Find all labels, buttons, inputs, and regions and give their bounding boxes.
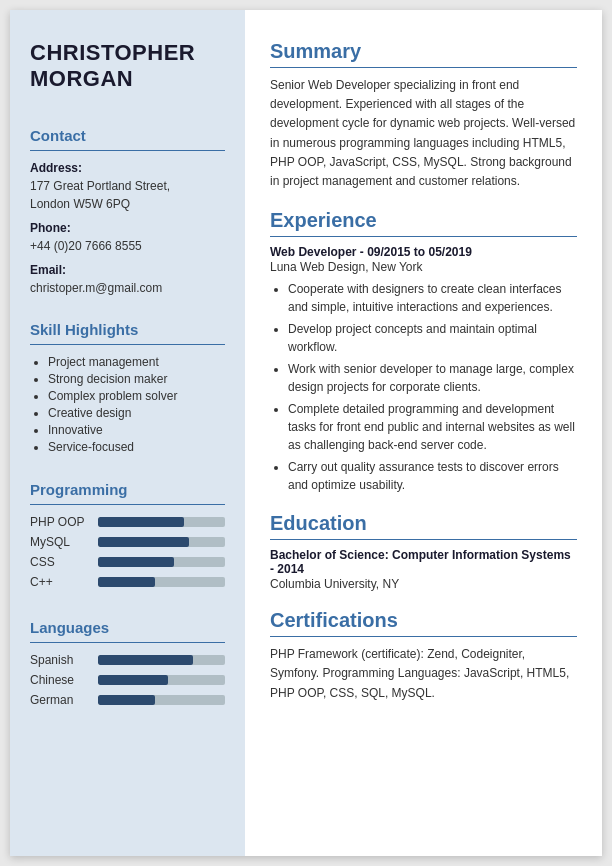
prog-bar-fill-css xyxy=(98,557,174,567)
skill-item: Service-focused xyxy=(48,440,225,454)
education-divider xyxy=(270,539,577,540)
skill-item: Strong decision maker xyxy=(48,372,225,386)
job-title: Web Developer - 09/2015 to 05/2019 xyxy=(270,245,577,259)
job-bullets-list: Cooperate with designers to create clean… xyxy=(270,280,577,494)
languages-divider xyxy=(30,642,225,643)
programming-divider xyxy=(30,504,225,505)
lang-bar-fill-german xyxy=(98,695,155,705)
lang-bar-fill-chinese xyxy=(98,675,168,685)
prog-item-css: CSS xyxy=(30,555,225,569)
phone-label: Phone: xyxy=(30,221,225,235)
prog-bar-bg-css xyxy=(98,557,225,567)
lang-item-german: German xyxy=(30,693,225,707)
address-label: Address: xyxy=(30,161,225,175)
lang-label-german: German xyxy=(30,693,90,707)
prog-bar-fill-cpp xyxy=(98,577,155,587)
skill-item: Creative design xyxy=(48,406,225,420)
summary-section: Summary Senior Web Developer specializin… xyxy=(270,40,577,191)
main-content: Summary Senior Web Developer specializin… xyxy=(245,10,602,856)
certifications-section: Certifications PHP Framework (certificat… xyxy=(270,609,577,703)
prog-bar-fill-mysql xyxy=(98,537,189,547)
skills-divider xyxy=(30,344,225,345)
lang-item-spanish: Spanish xyxy=(30,653,225,667)
edu-school: Columbia University, NY xyxy=(270,577,577,591)
prog-item-cpp: C++ xyxy=(30,575,225,589)
prog-item-mysql: MySQL xyxy=(30,535,225,549)
contact-section: Contact Address: 177 Great Portland Stre… xyxy=(30,123,225,297)
edu-degree: Bachelor of Science: Computer Informatio… xyxy=(270,548,577,576)
prog-label-css: CSS xyxy=(30,555,90,569)
prog-bar-fill-php xyxy=(98,517,184,527)
lang-item-chinese: Chinese xyxy=(30,673,225,687)
lang-bar-fill-spanish xyxy=(98,655,193,665)
prog-label-cpp: C++ xyxy=(30,575,90,589)
education-section: Education Bachelor of Science: Computer … xyxy=(270,512,577,591)
skill-item: Project management xyxy=(48,355,225,369)
prog-label-mysql: MySQL xyxy=(30,535,90,549)
experience-divider xyxy=(270,236,577,237)
lang-bar-bg-spanish xyxy=(98,655,225,665)
lang-label-chinese: Chinese xyxy=(30,673,90,687)
programming-title: Programming xyxy=(30,481,225,498)
lang-label-spanish: Spanish xyxy=(30,653,90,667)
email-value: christoper.m@gmail.com xyxy=(30,279,225,297)
phone-value: +44 (0)20 7666 8555 xyxy=(30,237,225,255)
languages-section: Languages Spanish Chinese German xyxy=(30,615,225,713)
contact-divider xyxy=(30,150,225,151)
skill-item: Innovative xyxy=(48,423,225,437)
prog-bar-bg-mysql xyxy=(98,537,225,547)
lang-bar-bg-chinese xyxy=(98,675,225,685)
job-bullet: Develop project concepts and maintain op… xyxy=(288,320,577,356)
resume-container: CHRISTOPHER MORGAN Contact Address: 177 … xyxy=(10,10,602,856)
certifications-title: Certifications xyxy=(270,609,577,632)
skill-item: Complex problem solver xyxy=(48,389,225,403)
skills-list: Project management Strong decision maker… xyxy=(30,355,225,454)
address-value: 177 Great Portland Street,London W5W 6PQ xyxy=(30,177,225,213)
job-bullet: Cooperate with designers to create clean… xyxy=(288,280,577,316)
sidebar: CHRISTOPHER MORGAN Contact Address: 177 … xyxy=(10,10,245,856)
contact-title: Contact xyxy=(30,127,225,144)
email-label: Email: xyxy=(30,263,225,277)
experience-title: Experience xyxy=(270,209,577,232)
education-title: Education xyxy=(270,512,577,535)
job-bullet: Complete detailed programming and develo… xyxy=(288,400,577,454)
lang-bar-bg-german xyxy=(98,695,225,705)
job-bullet: Carry out quality assurance tests to dis… xyxy=(288,458,577,494)
skills-section: Skill Highlights Project management Stro… xyxy=(30,317,225,457)
job-bullet: Work with senior developer to manage lar… xyxy=(288,360,577,396)
cert-text: PHP Framework (certificate): Zend, Codei… xyxy=(270,645,577,703)
prog-bar-bg-cpp xyxy=(98,577,225,587)
prog-bar-bg-php xyxy=(98,517,225,527)
experience-section: Experience Web Developer - 09/2015 to 05… xyxy=(270,209,577,494)
summary-divider xyxy=(270,67,577,68)
languages-title: Languages xyxy=(30,619,225,636)
certifications-divider xyxy=(270,636,577,637)
summary-text: Senior Web Developer specializing in fro… xyxy=(270,76,577,191)
prog-label-php: PHP OOP xyxy=(30,515,90,529)
skills-title: Skill Highlights xyxy=(30,321,225,338)
candidate-name: CHRISTOPHER MORGAN xyxy=(30,40,225,93)
prog-item-php: PHP OOP xyxy=(30,515,225,529)
job-company: Luna Web Design, New York xyxy=(270,260,577,274)
summary-title: Summary xyxy=(270,40,577,63)
programming-section: Programming PHP OOP MySQL CSS xyxy=(30,477,225,595)
